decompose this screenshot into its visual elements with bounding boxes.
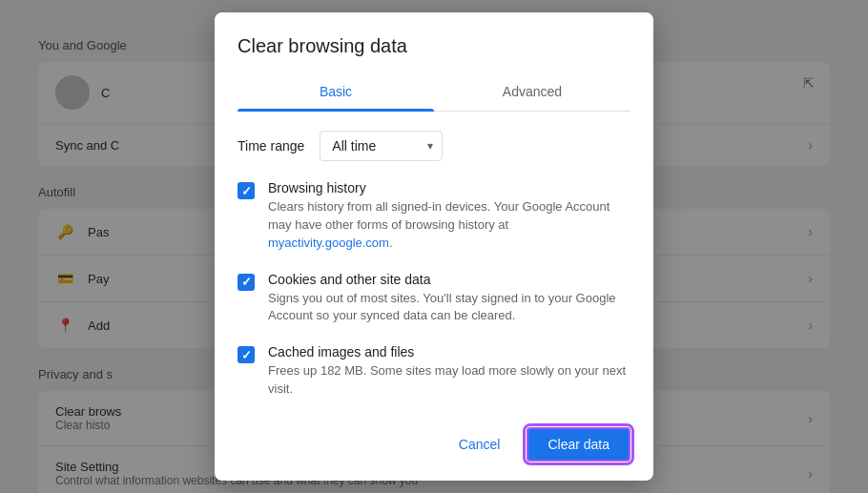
cancel-button[interactable]: Cancel	[440, 427, 520, 462]
checkbox-browsing-history[interactable]: ✓	[238, 182, 255, 199]
time-range-row: Time range Last hour Last 24 hours Last …	[215, 112, 653, 171]
checkbox-wrap-cookies[interactable]: ✓	[238, 274, 255, 291]
clear-data-button[interactable]: Clear data	[527, 427, 630, 462]
checkmark-browsing-history: ✓	[241, 185, 252, 197]
checkbox-title-browsing-history: Browsing history	[268, 180, 630, 195]
checkmark-cookies: ✓	[241, 276, 252, 288]
dialog-footer: Cancel Clear data	[215, 408, 653, 481]
checkbox-title-cached: Cached images and files	[268, 344, 630, 359]
checkbox-desc-cookies: Signs you out of most sites. You'll stay…	[268, 290, 630, 326]
time-range-select[interactable]: Last hour Last 24 hours Last 7 days Last…	[320, 131, 443, 161]
checkmark-cached: ✓	[241, 349, 252, 361]
checkbox-wrap-cached[interactable]: ✓	[238, 346, 255, 363]
checkbox-item-cached: ✓ Cached images and files Frees up 182 M…	[215, 335, 653, 408]
checkbox-title-cookies: Cookies and other site data	[268, 272, 630, 287]
time-range-select-wrapper: Last hour Last 24 hours Last 7 days Last…	[320, 131, 443, 161]
desc-suffix-browsing: .	[389, 236, 393, 250]
clear-browsing-dialog: Clear browsing data Basic Advanced Time …	[215, 12, 653, 481]
tab-advanced[interactable]: Advanced	[434, 72, 630, 111]
desc-text-browsing: Clears history from all signed-in device…	[268, 199, 610, 232]
dialog-title: Clear browsing data	[215, 12, 653, 72]
time-range-label: Time range	[238, 138, 304, 154]
checkbox-cached[interactable]: ✓	[238, 346, 255, 363]
checkbox-cookies[interactable]: ✓	[238, 274, 255, 291]
checkbox-wrap-browsing-history[interactable]: ✓	[238, 182, 255, 199]
tab-basic[interactable]: Basic	[238, 72, 434, 111]
dialog-tabs: Basic Advanced	[238, 72, 630, 112]
modal-overlay: Clear browsing data Basic Advanced Time …	[0, 0, 868, 493]
myactivity-link[interactable]: myactivity.google.com	[268, 236, 389, 250]
checkbox-desc-cached: Frees up 182 MB. Some sites may load mor…	[268, 362, 630, 399]
checkbox-item-cookies: ✓ Cookies and other site data Signs you …	[215, 262, 653, 336]
checkbox-item-browsing-history: ✓ Browsing history Clears history from a…	[215, 171, 653, 262]
checkbox-desc-browsing-history: Clears history from all signed-in device…	[268, 198, 630, 253]
